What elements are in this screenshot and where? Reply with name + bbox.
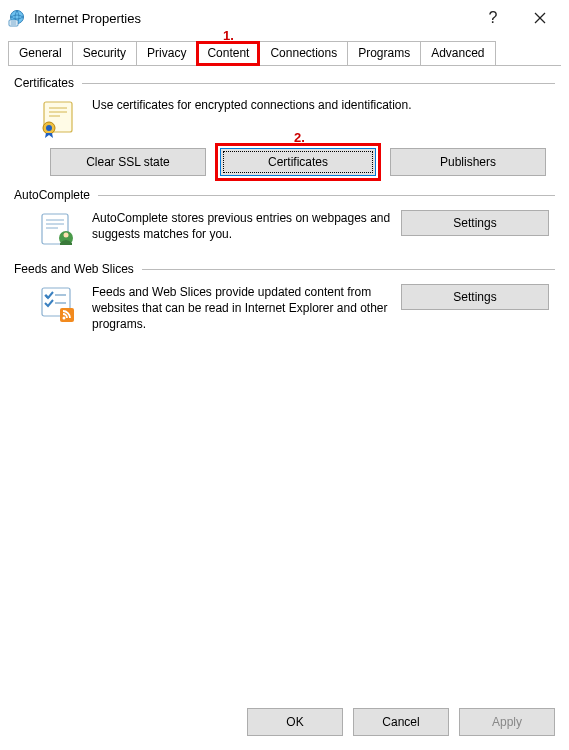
feeds-description: Feeds and Web Slices provide updated con… <box>92 284 401 333</box>
certificates-description: Use certificates for encrypted connectio… <box>92 98 412 112</box>
svg-point-22 <box>63 317 66 320</box>
help-button[interactable]: ? <box>473 0 513 36</box>
publishers-button[interactable]: Publishers <box>390 148 546 176</box>
tab-strip: General Security Privacy 1. Content Conn… <box>0 40 569 65</box>
cancel-button[interactable]: Cancel <box>353 708 449 736</box>
window-title: Internet Properties <box>34 11 141 26</box>
certificates-group-label: Certificates <box>14 76 74 90</box>
tab-border <box>8 65 561 66</box>
svg-point-11 <box>46 125 52 131</box>
apply-button[interactable]: Apply <box>459 708 555 736</box>
tab-privacy[interactable]: Privacy <box>136 41 197 66</box>
certificate-icon <box>38 98 78 138</box>
autocomplete-group-label: AutoComplete <box>14 188 90 202</box>
autocomplete-icon <box>38 210 78 250</box>
feeds-group-label: Feeds and Web Slices <box>14 262 134 276</box>
feeds-settings-button[interactable]: Settings <box>401 284 549 310</box>
close-button[interactable] <box>517 0 563 36</box>
certificates-group: Certificates Use certificates for encryp… <box>14 76 555 176</box>
svg-rect-21 <box>60 308 74 322</box>
tab-security[interactable]: Security <box>72 41 137 66</box>
dialog-button-bar: OK Cancel Apply <box>0 694 569 750</box>
autocomplete-settings-button[interactable]: Settings <box>401 210 549 236</box>
annotation-2: 2. <box>294 130 305 145</box>
svg-point-17 <box>64 233 69 238</box>
tab-connections[interactable]: Connections <box>259 41 348 66</box>
ok-button[interactable]: OK <box>247 708 343 736</box>
tab-general[interactable]: General <box>8 41 73 66</box>
clear-ssl-button[interactable]: Clear SSL state <box>50 148 206 176</box>
annotation-1: 1. <box>223 28 234 43</box>
tab-advanced[interactable]: Advanced <box>420 41 495 66</box>
tab-content[interactable]: 1. Content <box>196 41 260 66</box>
svg-rect-1 <box>9 20 18 26</box>
feeds-icon <box>38 284 78 324</box>
feeds-group: Feeds and Web Slices Feeds and Web <box>14 262 555 333</box>
autocomplete-group: AutoComplete AutoComplete stores previou… <box>14 188 555 250</box>
autocomplete-description: AutoComplete stores previous entries on … <box>92 210 401 242</box>
certificates-button[interactable]: Certificates <box>220 148 376 176</box>
title-bar: Internet Properties ? <box>0 0 569 36</box>
tab-programs[interactable]: Programs <box>347 41 421 66</box>
close-icon <box>534 12 546 24</box>
internet-options-icon <box>8 9 26 27</box>
help-icon: ? <box>489 9 498 27</box>
tab-content-pane: Certificates Use certificates for encryp… <box>0 66 569 333</box>
